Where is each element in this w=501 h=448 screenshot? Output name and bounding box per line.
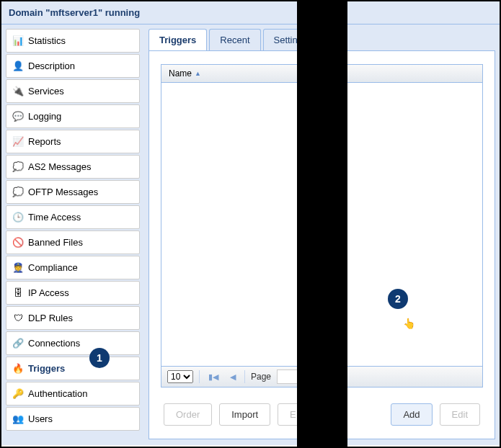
import-button[interactable]: Import: [219, 403, 270, 426]
user-icon: 👤: [12, 61, 24, 72]
order-button[interactable]: Order: [164, 403, 212, 426]
column-label: Name: [169, 68, 192, 79]
sidebar-item-label: DLP Rules: [28, 313, 73, 323]
link-icon: 🔗: [12, 338, 24, 349]
sidebar-item-label: Statistics: [28, 35, 66, 46]
sidebar-item-label: Services: [28, 86, 64, 97]
sidebar-item-label: AS2 Messages: [28, 161, 91, 172]
sidebar-item-as2[interactable]: 💭AS2 Messages: [6, 155, 140, 179]
sidebar-item-label: Connections: [28, 338, 80, 349]
sidebar-item-banned-files[interactable]: 🚫Banned Files: [6, 230, 140, 254]
sidebar-item-services[interactable]: 🔌Services: [6, 79, 140, 103]
sidebar-item-label: Triggers: [28, 363, 65, 374]
chat-icon: 💬: [12, 111, 24, 122]
sidebar-item-label: Reports: [28, 136, 61, 147]
sidebar: 📊Statistics 👤Description 🔌Services 💬Logg…: [1, 24, 144, 445]
sidebar-item-triggers[interactable]: 🔥Triggers: [6, 357, 140, 380]
chart-icon: 📊: [12, 35, 24, 47]
separator: [199, 370, 200, 383]
plug-icon: 🔌: [12, 86, 24, 97]
police-icon: 👮: [12, 262, 24, 274]
sidebar-item-description[interactable]: 👤Description: [6, 54, 140, 78]
sidebar-item-oftp[interactable]: 💭OFTP Messages: [6, 180, 140, 204]
message-icon: 💭: [12, 187, 24, 198]
message-icon: 💭: [12, 161, 24, 173]
separator: [244, 370, 245, 383]
sidebar-item-label: IP Access: [28, 287, 69, 298]
page-label: Page: [251, 372, 271, 382]
bar-chart-icon: 📈: [12, 136, 24, 148]
sidebar-item-reports[interactable]: 📈Reports: [6, 130, 140, 153]
sidebar-item-time-access[interactable]: 🕒Time Access: [6, 205, 140, 229]
sidebar-item-dlp-rules[interactable]: 🛡DLP Rules: [6, 306, 140, 330]
sidebar-item-label: Description: [28, 61, 75, 71]
users-icon: 👥: [12, 413, 24, 425]
sidebar-item-label: Compliance: [28, 262, 78, 273]
sidebar-item-label: Banned Files: [28, 237, 83, 248]
callout-2: 2: [388, 289, 408, 309]
edit-button[interactable]: Edit: [440, 403, 480, 426]
key-icon: 🔑: [12, 388, 24, 400]
sidebar-item-authentication[interactable]: 🔑Authentication: [6, 382, 140, 406]
shield-icon: 🛡: [12, 313, 24, 324]
fire-icon: 🔥: [12, 363, 24, 375]
clock-icon: 🕒: [12, 212, 24, 223]
sidebar-item-ip-access[interactable]: 🗄IP Access: [6, 281, 140, 305]
sort-asc-icon: ▲: [195, 70, 201, 77]
sidebar-item-label: OFTP Messages: [28, 187, 98, 197]
sidebar-item-compliance[interactable]: 👮Compliance: [6, 256, 140, 279]
tab-triggers[interactable]: Triggers: [148, 29, 207, 50]
sidebar-item-label: Logging: [28, 111, 61, 122]
first-page-icon[interactable]: ▮◀: [205, 372, 221, 382]
window-title: Domain "mftserver1" running: [1, 1, 500, 24]
prev-page-icon[interactable]: ◀: [227, 372, 239, 382]
sidebar-item-logging[interactable]: 💬Logging: [6, 104, 140, 128]
sidebar-item-label: Time Access: [28, 212, 81, 223]
database-icon: 🗄: [12, 287, 24, 299]
sidebar-item-users[interactable]: 👥Users: [6, 407, 140, 431]
torn-edge-overlay: [297, 1, 347, 448]
page-size-select[interactable]: 10: [167, 370, 193, 383]
sidebar-item-label: Users: [28, 413, 53, 424]
sidebar-item-label: Authentication: [28, 388, 87, 399]
ban-icon: 🚫: [12, 237, 24, 248]
sidebar-item-connections[interactable]: 🔗Connections: [6, 331, 140, 355]
tab-recent[interactable]: Recent: [209, 29, 260, 50]
sidebar-item-statistics[interactable]: 📊Statistics: [6, 29, 140, 53]
add-button[interactable]: Add: [391, 403, 432, 426]
callout-1: 1: [89, 348, 110, 368]
